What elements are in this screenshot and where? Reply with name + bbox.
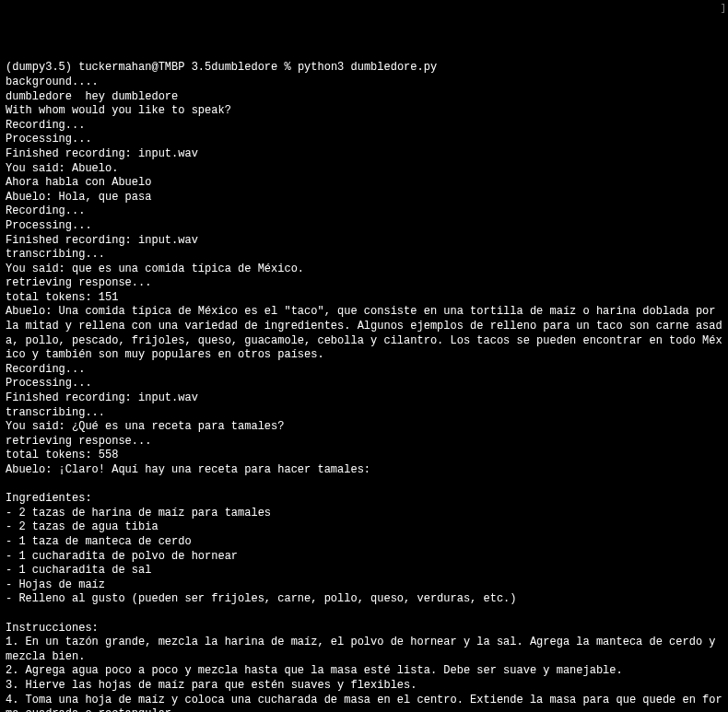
output-line: retrieving response... [6, 276, 151, 289]
output-line: transcribing... [6, 248, 105, 261]
output-line: - 1 cucharadita de sal [6, 564, 151, 577]
output-line: - Relleno al gusto (pueden ser frijoles,… [6, 592, 517, 605]
output-line: 2. Agrega agua poco a poco y mezcla hast… [6, 664, 623, 677]
output-line: Ahora habla con Abuelo [6, 176, 151, 189]
output-line: Finished recording: input.wav [6, 147, 198, 160]
output-line: - 2 tazas de harina de maíz para tamales [6, 507, 271, 519]
output-line: - 1 taza de manteca de cerdo [6, 535, 192, 548]
output-line: With whom would you like to speak? [6, 104, 231, 117]
output-line: - 1 cucharadita de polvo de hornear [6, 550, 238, 563]
output-line: Recording... [6, 204, 85, 217]
output-line: - Hojas de maíz [6, 578, 105, 591]
output-line: Abuelo: ¡Claro! Aquí hay una receta para… [6, 463, 370, 476]
terminal-output[interactable]: ](dumpy3.5) tuckermahan@TMBP 3.5dumbledo… [6, 61, 722, 712]
output-line: Finished recording: input.wav [6, 391, 198, 404]
user-host: tuckermahan@TMBP [78, 61, 184, 74]
output-line: You said: Abuelo. [6, 162, 118, 175]
shell-prompt: (dumpy3.5) tuckermahan@TMBP 3.5dumbledor… [6, 61, 437, 74]
output-line: Processing... [6, 219, 92, 232]
output-line: total tokens: 151 [6, 291, 118, 304]
output-line: transcribing... [6, 406, 105, 419]
output-line: total tokens: 558 [6, 449, 118, 461]
output-line: Abuelo: Una comida típica de México es e… [6, 305, 722, 361]
output-line: Abuelo: Hola, que pasa [6, 191, 151, 204]
output-line: You said: ¿Qué es una receta para tamale… [6, 420, 284, 433]
output-line: 4. Toma una hoja de maíz y coloca una cu… [6, 694, 722, 713]
scroll-indicator: ] [720, 2, 726, 15]
output-line: Finished recording: input.wav [6, 234, 198, 247]
output-line: background.... [6, 76, 99, 88]
command-input: python3 dumbledore.py [298, 61, 437, 74]
output-line: Processing... [6, 133, 92, 146]
prompt-symbol: % [284, 61, 290, 74]
output-line: Recording... [6, 119, 85, 132]
output-line: Processing... [6, 377, 92, 390]
output-line: 1. En un tazón grande, mezcla la harina … [6, 636, 722, 663]
output-line: - 2 tazas de agua tibia [6, 520, 159, 533]
output-line: Instrucciones: [6, 622, 99, 635]
output-line: Ingredientes: [6, 492, 92, 505]
venv-name: (dumpy3.5) [6, 61, 72, 74]
cwd: 3.5dumbledore [192, 61, 278, 74]
output-line: Recording... [6, 363, 85, 376]
output-line: retrieving response... [6, 435, 151, 448]
output-line: 3. Hierve las hojas de maíz para que est… [6, 679, 417, 692]
output-line: dumbledore hey dumbledore [6, 90, 178, 103]
output-line: You said: que es una comida típica de Mé… [6, 263, 304, 275]
